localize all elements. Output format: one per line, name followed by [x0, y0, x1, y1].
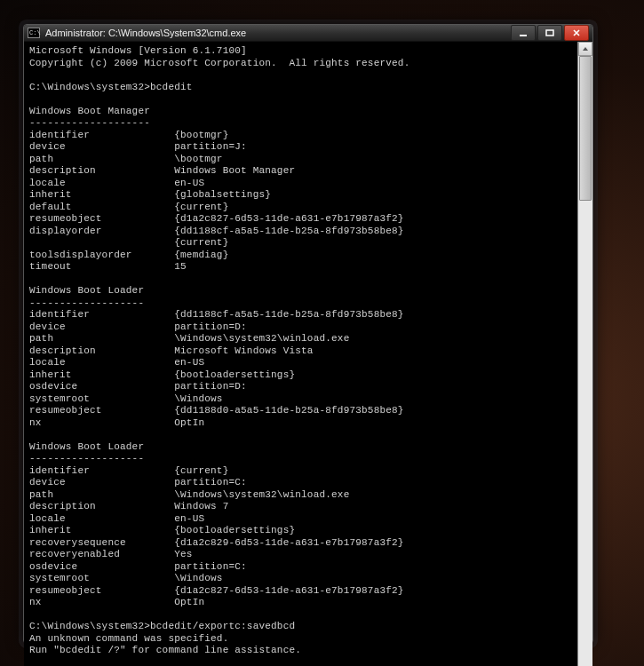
cmd-window: C:\ Administrator: C:\Windows\System32\c…: [23, 24, 593, 644]
svg-rect-1: [546, 30, 553, 36]
window-title: Administrator: C:\Windows\System32\cmd.e…: [45, 28, 511, 38]
scrollbar-track[interactable]: [578, 56, 592, 666]
console-area: Microsoft Windows [Version 6.1.7100] Cop…: [24, 42, 592, 666]
scrollbar-thumb[interactable]: [579, 56, 592, 201]
titlebar[interactable]: C:\ Administrator: C:\Windows\System32\c…: [24, 25, 592, 42]
minimize-button[interactable]: [511, 25, 536, 41]
svg-rect-0: [520, 35, 527, 36]
maximize-button[interactable]: [537, 25, 562, 41]
close-button[interactable]: [564, 25, 589, 41]
console-output[interactable]: Microsoft Windows [Version 6.1.7100] Cop…: [24, 42, 577, 666]
vertical-scrollbar[interactable]: [577, 42, 592, 666]
cmd-icon: C:\: [28, 28, 40, 38]
scroll-up-button[interactable]: [578, 42, 592, 56]
window-controls: [511, 25, 589, 41]
